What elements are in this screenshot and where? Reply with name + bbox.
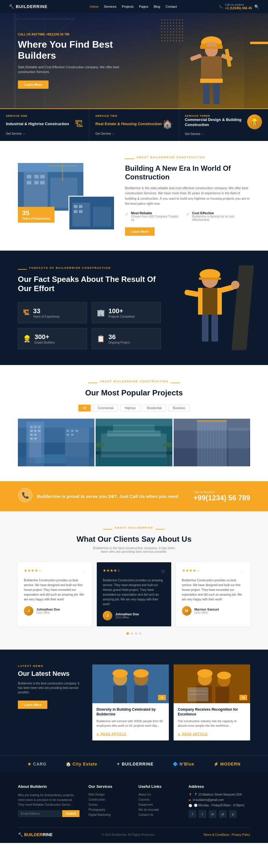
feature-reliable: ✓ Most Reliable Chosen from 300 Company …	[125, 211, 180, 221]
filter-business[interactable]: Business	[169, 405, 190, 411]
partner-logo-nblue: 🔷 N'Blue	[173, 762, 195, 766]
news-learn-more-button[interactable]: Learn More	[18, 701, 47, 709]
project-item-2[interactable]	[96, 418, 172, 466]
footer-address-1: 📍 📍 13 Madison Street Newyork,USA	[189, 793, 250, 797]
footer-address-title: Address	[189, 784, 250, 789]
service-link-2[interactable]: Get Service →	[95, 132, 172, 135]
author-name-1: Johnathan Doe	[36, 608, 60, 611]
nav-services[interactable]: Services	[104, 5, 116, 8]
terms-link[interactable]: Terms & Conditions	[203, 833, 229, 836]
test-line-1	[103, 529, 112, 529]
cta-phone-number[interactable]: +99(1234) 56 789	[194, 494, 250, 502]
nav-contact[interactable]: Contact	[166, 5, 177, 8]
service-link-1[interactable]: Get Service →	[6, 132, 83, 135]
svg-rect-23	[40, 175, 45, 179]
about-tag-line	[125, 158, 134, 159]
footer-service-5[interactable]: Digital Marketing	[89, 813, 130, 816]
navbar-phone[interactable]: +1 (12345) 456 45	[225, 6, 252, 10]
social-facebook[interactable]: f	[189, 810, 196, 818]
about-tag: ABOUT BUILDERRINE CONSTRUCTION	[136, 156, 205, 159]
cta-banner: 📞 Builderrine is proud to serve you 24/7…	[0, 481, 268, 511]
svg-rect-22	[34, 175, 39, 179]
filter-all[interactable]: All	[78, 405, 91, 411]
footer-link-4[interactable]: We do innovate	[138, 808, 179, 811]
logo-text: 🔨 BUILDERRINE	[9, 4, 48, 9]
filter-commercial[interactable]: Commercial	[93, 405, 118, 411]
dot-3[interactable]	[135, 632, 137, 635]
news-text-2: The construction industry has the capaci…	[178, 719, 246, 728]
nav-blog[interactable]: Blog	[154, 5, 160, 8]
news-link-1[interactable]: ► READ ARTICLE	[97, 733, 127, 736]
footer-service-1[interactable]: Web Design	[89, 793, 130, 796]
nav-projects[interactable]: Projects	[122, 5, 134, 8]
nav-pages[interactable]: Pages	[139, 5, 148, 8]
footer-service-2[interactable]: Construction	[89, 798, 130, 801]
privacy-link[interactable]: Privacy Policy	[232, 833, 250, 836]
footer-link-3[interactable]: Equipment	[138, 803, 179, 806]
project-item-3[interactable]	[174, 418, 250, 466]
testimonial-dots	[18, 632, 250, 635]
fact-icon-4: 📋	[97, 335, 105, 343]
svg-rect-78	[96, 455, 172, 466]
svg-rect-97	[228, 428, 249, 466]
svg-rect-39	[199, 277, 221, 280]
social-pinterest[interactable]: p	[229, 810, 237, 818]
project-item-1[interactable]	[18, 418, 94, 466]
footer-link-5[interactable]: Contact Us	[138, 813, 179, 816]
news-image-2: 25	[174, 664, 250, 703]
about-content: ABOUT BUILDERRINE CONSTRUCTION Building …	[125, 156, 250, 236]
footer-link-2[interactable]: Courses	[138, 798, 179, 801]
navbar-logo[interactable]: 🔨 BUILDERRINE	[9, 4, 48, 9]
filter-residential[interactable]: Residential	[143, 405, 166, 411]
svg-rect-24	[27, 181, 31, 184]
svg-rect-63	[34, 438, 37, 439]
service-link-3[interactable]: Get Service →	[185, 132, 262, 135]
check-icon-1: ✓	[125, 212, 129, 217]
dot-4[interactable]	[139, 632, 141, 635]
news-body-2: Company Receives Recognition for Excelle…	[174, 703, 250, 741]
about-years-text: Years of Experience	[22, 217, 50, 220]
social-twitter[interactable]: t	[199, 810, 206, 818]
facts-tag-row: FUNFACTS OF BUILDERRINE CONSTRUCTION	[18, 267, 161, 272]
footer-email-input[interactable]	[18, 810, 62, 817]
navbar: 🔨 BUILDERRINE Home Services Projects Pag…	[0, 0, 268, 13]
svg-rect-57	[30, 430, 33, 432]
testimonials-title: What Our Clients Say About Us	[18, 534, 250, 544]
footer-link-1[interactable]: About Us	[138, 793, 179, 796]
testimonial-author-3: M Marrion Samuel CEO Office	[182, 606, 244, 616]
dot-2[interactable]	[131, 632, 133, 635]
news-link-2[interactable]: ► READ ARTICLE	[178, 733, 208, 736]
heart-icon-3[interactable]: ♡	[240, 569, 244, 574]
service-tag-3: SERVICE THREE	[185, 115, 245, 117]
hero-learn-more-button[interactable]: Learn More	[18, 81, 48, 89]
social-youtube[interactable]: yt	[219, 810, 227, 818]
search-icon[interactable]: 🔍	[254, 4, 259, 9]
about-learn-more-button[interactable]: Learn More	[125, 227, 155, 236]
projects-title: Our Most Popular Projects	[18, 388, 250, 398]
dot-1[interactable]	[127, 632, 129, 635]
testimonial-card-3: ★★★★☆ ♡ Builderrine Construction provide…	[176, 562, 250, 626]
filter-highrise[interactable]: Highrise	[120, 405, 140, 411]
svg-rect-59	[38, 430, 40, 432]
fact-label-2: Projects Completed	[108, 315, 134, 318]
about-secondary-image	[68, 196, 113, 228]
footer-service-3[interactable]: Survey	[89, 803, 130, 806]
facts-tag-line	[18, 269, 27, 270]
footer-email-submit[interactable]: Submit	[62, 810, 79, 817]
footer-service-4[interactable]: Photography	[89, 808, 130, 811]
partner-logo-1: ★ CARG	[27, 762, 46, 766]
svg-rect-45	[184, 289, 200, 297]
hero-dots	[161, 19, 185, 44]
heart-icon-featured[interactable]: ♡	[161, 569, 165, 574]
testimonials-tag: ABOUT BUILDERRINE	[115, 526, 153, 529]
testimonial-author-1: J Johnathan Doe CEO Office	[24, 606, 86, 616]
social-linkedin[interactable]: in	[209, 810, 216, 818]
heart-icon-1[interactable]: ♡	[82, 569, 86, 574]
svg-rect-11	[190, 53, 202, 61]
nav-home[interactable]: Home	[90, 5, 98, 8]
svg-rect-10	[200, 79, 223, 83]
footer-address-col: Address 📍 📍 13 Madison Street Newyork,US…	[189, 784, 250, 818]
news-body-1: Diversity in Building Celebrated by Buil…	[92, 703, 169, 741]
svg-rect-35	[74, 210, 77, 213]
author-name-featured: Johnathan Doe	[115, 612, 139, 616]
